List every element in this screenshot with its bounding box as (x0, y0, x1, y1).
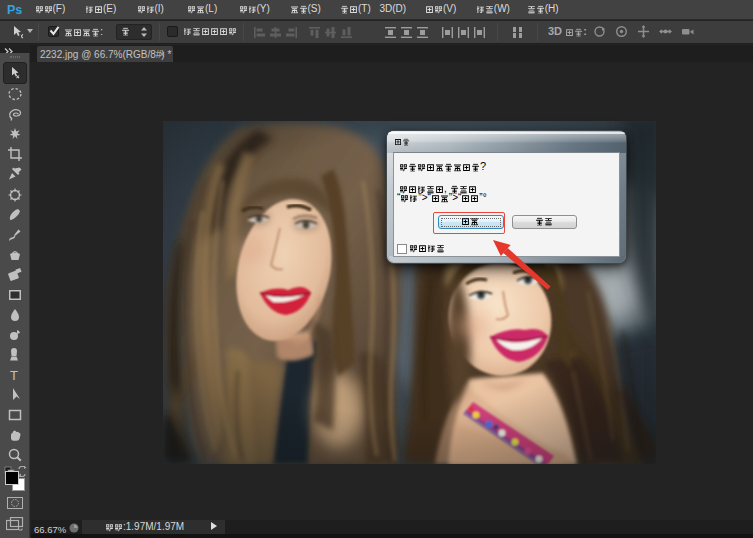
svg-text:T: T (10, 368, 18, 383)
